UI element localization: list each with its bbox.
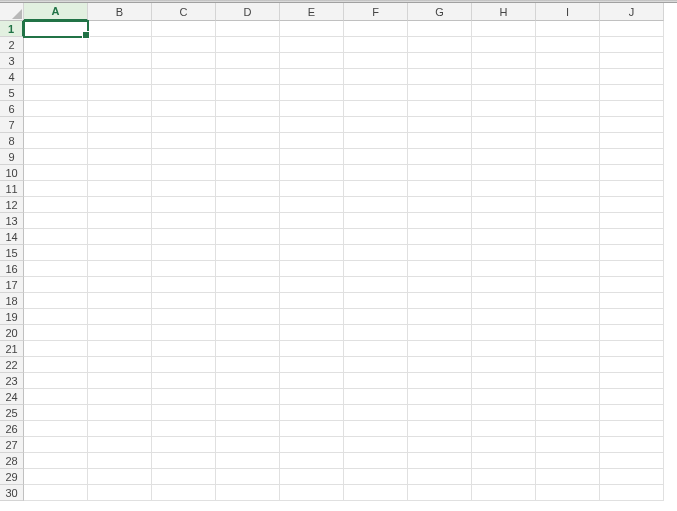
cell-D17[interactable]	[216, 277, 280, 293]
cell-H7[interactable]	[472, 117, 536, 133]
column-header-C[interactable]: C	[152, 3, 216, 21]
cell-B13[interactable]	[88, 213, 152, 229]
cell-I13[interactable]	[536, 213, 600, 229]
cell-E4[interactable]	[280, 69, 344, 85]
cell-B24[interactable]	[88, 389, 152, 405]
cell-E5[interactable]	[280, 85, 344, 101]
cell-I1[interactable]	[536, 21, 600, 37]
cell-J1[interactable]	[600, 21, 664, 37]
cell-E3[interactable]	[280, 53, 344, 69]
cell-B25[interactable]	[88, 405, 152, 421]
cell-J19[interactable]	[600, 309, 664, 325]
cell-J22[interactable]	[600, 357, 664, 373]
cell-G1[interactable]	[408, 21, 472, 37]
cell-H10[interactable]	[472, 165, 536, 181]
cell-I28[interactable]	[536, 453, 600, 469]
cell-G24[interactable]	[408, 389, 472, 405]
cell-J10[interactable]	[600, 165, 664, 181]
cell-H17[interactable]	[472, 277, 536, 293]
cell-I29[interactable]	[536, 469, 600, 485]
row-header-22[interactable]: 22	[0, 357, 24, 373]
cell-D13[interactable]	[216, 213, 280, 229]
row-header-19[interactable]: 19	[0, 309, 24, 325]
cell-A7[interactable]	[24, 117, 88, 133]
row-header-28[interactable]: 28	[0, 453, 24, 469]
cell-E17[interactable]	[280, 277, 344, 293]
cell-D19[interactable]	[216, 309, 280, 325]
cell-D21[interactable]	[216, 341, 280, 357]
cell-G7[interactable]	[408, 117, 472, 133]
cell-I18[interactable]	[536, 293, 600, 309]
cell-B16[interactable]	[88, 261, 152, 277]
cell-C3[interactable]	[152, 53, 216, 69]
cell-E21[interactable]	[280, 341, 344, 357]
cell-G6[interactable]	[408, 101, 472, 117]
cell-C13[interactable]	[152, 213, 216, 229]
cell-C25[interactable]	[152, 405, 216, 421]
cell-G26[interactable]	[408, 421, 472, 437]
cell-C14[interactable]	[152, 229, 216, 245]
row-header-13[interactable]: 13	[0, 213, 24, 229]
cell-I5[interactable]	[536, 85, 600, 101]
cell-I9[interactable]	[536, 149, 600, 165]
row-header-11[interactable]: 11	[0, 181, 24, 197]
cell-D5[interactable]	[216, 85, 280, 101]
cell-H28[interactable]	[472, 453, 536, 469]
cell-E1[interactable]	[280, 21, 344, 37]
cell-H5[interactable]	[472, 85, 536, 101]
cell-C24[interactable]	[152, 389, 216, 405]
cell-I15[interactable]	[536, 245, 600, 261]
cell-A8[interactable]	[24, 133, 88, 149]
row-header-23[interactable]: 23	[0, 373, 24, 389]
cell-B6[interactable]	[88, 101, 152, 117]
cell-F18[interactable]	[344, 293, 408, 309]
cell-A16[interactable]	[24, 261, 88, 277]
cell-B7[interactable]	[88, 117, 152, 133]
cell-J5[interactable]	[600, 85, 664, 101]
cell-I14[interactable]	[536, 229, 600, 245]
cell-C6[interactable]	[152, 101, 216, 117]
cell-A5[interactable]	[24, 85, 88, 101]
cell-E19[interactable]	[280, 309, 344, 325]
cell-C10[interactable]	[152, 165, 216, 181]
cell-D4[interactable]	[216, 69, 280, 85]
cell-E23[interactable]	[280, 373, 344, 389]
cell-A25[interactable]	[24, 405, 88, 421]
cell-E28[interactable]	[280, 453, 344, 469]
cell-H2[interactable]	[472, 37, 536, 53]
cell-F1[interactable]	[344, 21, 408, 37]
row-header-5[interactable]: 5	[0, 85, 24, 101]
cell-E7[interactable]	[280, 117, 344, 133]
cell-G25[interactable]	[408, 405, 472, 421]
cell-G22[interactable]	[408, 357, 472, 373]
row-header-12[interactable]: 12	[0, 197, 24, 213]
cell-I27[interactable]	[536, 437, 600, 453]
cell-G19[interactable]	[408, 309, 472, 325]
cell-F4[interactable]	[344, 69, 408, 85]
cell-J9[interactable]	[600, 149, 664, 165]
cell-G17[interactable]	[408, 277, 472, 293]
cell-D22[interactable]	[216, 357, 280, 373]
cell-I16[interactable]	[536, 261, 600, 277]
cell-I25[interactable]	[536, 405, 600, 421]
cell-J6[interactable]	[600, 101, 664, 117]
cell-C27[interactable]	[152, 437, 216, 453]
row-header-14[interactable]: 14	[0, 229, 24, 245]
cell-J27[interactable]	[600, 437, 664, 453]
row-header-1[interactable]: 1	[0, 21, 24, 37]
cell-C1[interactable]	[152, 21, 216, 37]
cell-A14[interactable]	[24, 229, 88, 245]
row-header-15[interactable]: 15	[0, 245, 24, 261]
cell-G10[interactable]	[408, 165, 472, 181]
cell-I21[interactable]	[536, 341, 600, 357]
cell-J23[interactable]	[600, 373, 664, 389]
cell-J24[interactable]	[600, 389, 664, 405]
cell-F27[interactable]	[344, 437, 408, 453]
cell-J4[interactable]	[600, 69, 664, 85]
cell-I7[interactable]	[536, 117, 600, 133]
cell-D11[interactable]	[216, 181, 280, 197]
cell-H26[interactable]	[472, 421, 536, 437]
cell-E27[interactable]	[280, 437, 344, 453]
cell-H13[interactable]	[472, 213, 536, 229]
cell-C11[interactable]	[152, 181, 216, 197]
